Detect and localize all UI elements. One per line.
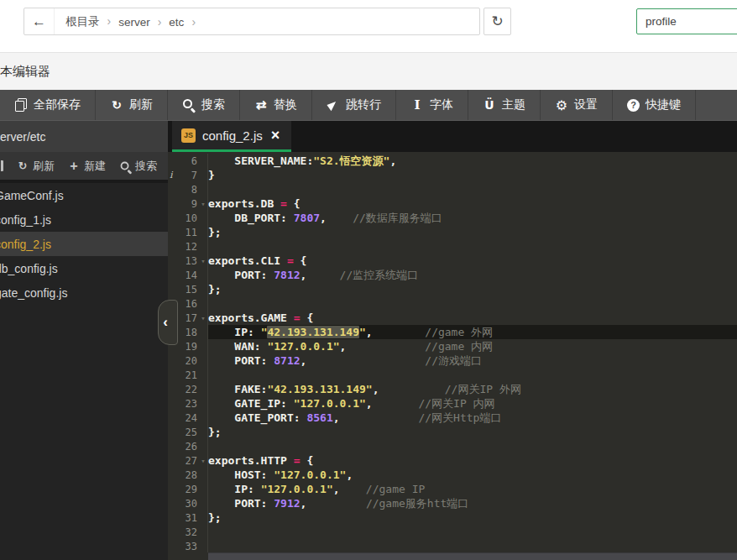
code-token: //数据库服务端口 xyxy=(353,212,442,224)
sidebar-action-plus[interactable]: 新建 xyxy=(68,159,106,174)
breadcrumb-item[interactable]: etc xyxy=(169,15,203,29)
code-line-17[interactable]: exports.GAME = { xyxy=(208,311,737,325)
line-number: 15 xyxy=(176,284,199,296)
code-line-19[interactable]: WAN: "127.0.0.1", //game 内网 xyxy=(208,339,737,353)
fold-arrow-icon[interactable]: ▾ xyxy=(199,257,207,265)
code-token: //网关IP 内网 xyxy=(418,397,494,410)
sidebar-action-search[interactable]: 搜索 xyxy=(119,159,157,174)
sidebar-action-refresh[interactable]: 刷新 xyxy=(17,159,55,174)
breadcrumb: 根目录serveretc xyxy=(24,8,480,35)
code-token: 7912 xyxy=(274,497,300,510)
horizontal-scrollbar[interactable] xyxy=(208,552,737,560)
code-line-23[interactable]: GATE_IP: "127.0.0.1", //网关IP 内网 xyxy=(208,396,737,411)
code-line-8[interactable] xyxy=(208,182,737,196)
code-token: //监控系统端口 xyxy=(340,269,419,281)
code-line-14[interactable]: PORT: 7812, //监控系统端口 xyxy=(208,268,737,282)
toolbar-button-copy[interactable]: 全部保存 xyxy=(0,90,96,120)
code-token: PORT: xyxy=(208,269,274,281)
code-token: }; xyxy=(208,226,222,238)
code-line-11[interactable]: }; xyxy=(208,225,737,239)
code-line-15[interactable]: }; xyxy=(208,282,737,296)
line-number: 19 xyxy=(176,341,199,353)
file-item[interactable]: gate_config.js xyxy=(0,280,168,305)
code-line-6[interactable]: SERVER_NAME:"S2.悟空资源", xyxy=(208,154,737,168)
code-token: "42.193.131.149" xyxy=(267,383,372,395)
code-line-27[interactable]: exports.HTTP = { xyxy=(208,453,737,468)
code-token: exports.HTTP xyxy=(208,454,294,467)
code-line-29[interactable]: IP: "127.0.0.1", //game IP xyxy=(208,482,737,496)
tab-bar: JS config_2.js xyxy=(168,121,737,152)
code-line-30[interactable]: PORT: 7912, //game服务htt端口 xyxy=(208,496,737,510)
refresh-icon xyxy=(18,160,29,171)
toolbar-button-replace[interactable]: 替换 xyxy=(240,90,312,120)
code-area[interactable]: SERVER_NAME:"S2.悟空资源",}exports.DB = { DB… xyxy=(208,154,737,552)
toolbar-button-theme[interactable]: 主题 xyxy=(468,90,541,120)
code-line-9[interactable]: exports.DB = { xyxy=(208,196,737,211)
code-line-31[interactable]: }; xyxy=(208,510,737,525)
gutter-row: 30 xyxy=(168,496,207,510)
code-line-18[interactable]: IP: "42.193.131.149", //game 外网 xyxy=(208,325,737,339)
code-line-33[interactable] xyxy=(208,539,737,552)
toolbar-button-jump[interactable]: 跳转行 xyxy=(312,90,396,120)
search-input[interactable] xyxy=(636,8,737,34)
file-item[interactable]: GameConf.js xyxy=(0,183,168,207)
file-item[interactable]: config_2.js xyxy=(0,232,168,256)
code-token: PORT: xyxy=(208,354,274,367)
code-line-22[interactable]: FAKE:"42.193.131.149", //网关IP 外网 xyxy=(208,382,737,396)
gutter-row: 13▾ xyxy=(168,254,207,268)
code-line-28[interactable]: HOST: "127.0.0.1", xyxy=(208,468,737,482)
gutter-row: 9▾ xyxy=(168,196,207,211)
code-token: } xyxy=(208,169,215,181)
toolbar-button-refresh[interactable]: 刷新 xyxy=(96,90,168,120)
code-line-26[interactable] xyxy=(208,439,737,453)
gutter-row: 8 xyxy=(168,182,207,196)
jump-icon xyxy=(327,98,340,112)
file-item[interactable]: db_config.js xyxy=(0,256,168,280)
editor-body: 6i789▾10111213▾14151617▾1819202122232425… xyxy=(168,152,737,552)
toolbar-button-font[interactable]: 字体 xyxy=(396,90,468,120)
breadcrumb-item[interactable]: 根目录 xyxy=(65,14,118,29)
code-token: SERVER_NAME: xyxy=(208,154,313,167)
code-line-25[interactable]: }; xyxy=(208,425,737,439)
code-token: GATE_IP: xyxy=(208,397,294,410)
fold-arrow-icon[interactable]: ▾ xyxy=(199,457,207,465)
toolbar-button-help[interactable]: 快捷键 xyxy=(613,90,696,120)
file-item[interactable]: config_1.js xyxy=(0,207,168,232)
code-line-24[interactable]: GATE_PORT: 8561, //网关Http端口 xyxy=(208,411,737,425)
gutter-row: 15 xyxy=(168,282,207,296)
code-token: , xyxy=(301,269,340,281)
sidebar-path: server/etc xyxy=(0,121,168,152)
breadcrumb-item[interactable]: server xyxy=(118,15,169,29)
toolbar-button-label: 设置 xyxy=(574,97,598,113)
file-item-label: gate_config.js xyxy=(0,286,67,300)
search-icon xyxy=(120,160,131,171)
toolbar-button-search[interactable]: 搜索 xyxy=(168,90,240,120)
fold-arrow-icon[interactable]: ▾ xyxy=(199,314,207,322)
code-line-32[interactable] xyxy=(208,525,737,539)
code-line-13[interactable]: exports.CLI = { xyxy=(208,254,737,268)
code-line-21[interactable] xyxy=(208,368,737,382)
code-line-7[interactable]: } xyxy=(208,168,737,182)
fold-arrow-icon[interactable]: ▾ xyxy=(199,200,207,208)
code-token: , xyxy=(346,468,353,481)
tab-config-2[interactable]: JS config_2.js xyxy=(172,121,291,152)
file-item-label: db_config.js xyxy=(0,262,58,275)
line-number: 7 xyxy=(176,170,199,181)
collapse-sidebar-button[interactable] xyxy=(158,300,178,345)
code-line-12[interactable] xyxy=(208,239,737,254)
code-line-16[interactable] xyxy=(208,296,737,311)
line-number: 30 xyxy=(176,498,199,510)
code-token: exports.CLI xyxy=(208,254,287,267)
code-line-20[interactable]: PORT: 8712, //游戏端口 xyxy=(208,353,737,368)
close-icon[interactable] xyxy=(271,129,280,141)
line-number-gutter: 6i789▾10111213▾14151617▾1819202122232425… xyxy=(168,154,208,552)
code-line-10[interactable]: DB_PORT: 7807, //数据库服务端口 xyxy=(208,211,737,225)
reload-icon[interactable] xyxy=(483,8,511,35)
file-item-label: GameConf.js xyxy=(0,189,64,202)
line-number: 18 xyxy=(176,327,199,338)
toolbar-button-gear[interactable]: 设置 xyxy=(541,90,613,120)
line-number: 6 xyxy=(176,155,199,167)
back-icon[interactable] xyxy=(24,8,55,34)
cut-off-icon xyxy=(0,160,3,171)
main-area: server/etc 刷新新建搜索 GameConf.jsconfig_1.js… xyxy=(0,120,737,560)
